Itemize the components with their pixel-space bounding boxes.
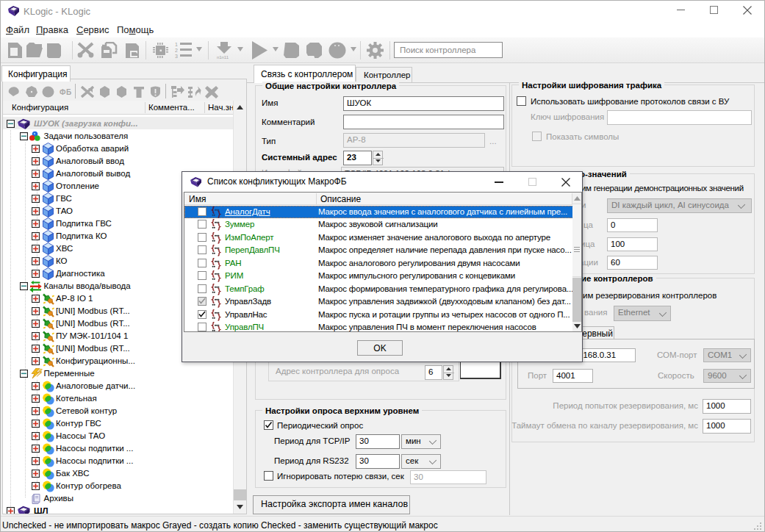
svg-text:п1п11: п1п11 bbox=[217, 55, 229, 60]
svg-text:1: 1 bbox=[175, 42, 178, 47]
svg-text:2: 2 bbox=[175, 48, 178, 53]
svg-text:3: 3 bbox=[175, 54, 178, 59]
